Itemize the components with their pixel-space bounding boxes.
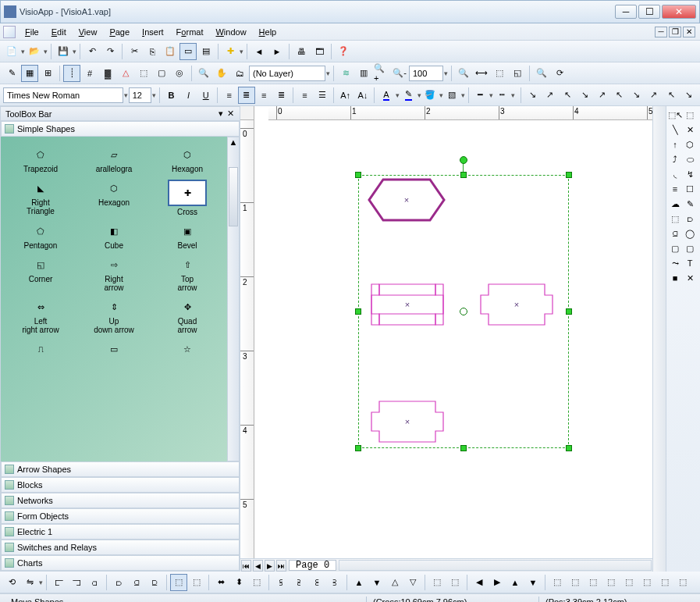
category-form-objects[interactable]: Form Objects bbox=[1, 508, 240, 524]
front-button[interactable]: ▲ bbox=[350, 574, 368, 591]
right-tool-17[interactable]: ◯ bbox=[683, 226, 697, 240]
cut-button[interactable]: ✂ bbox=[126, 43, 143, 60]
mdi-min-button[interactable]: ─ bbox=[655, 27, 667, 37]
menu-insert[interactable]: Insert bbox=[136, 26, 170, 38]
right-tool-12[interactable]: ☁ bbox=[668, 197, 682, 211]
vscrollbar[interactable] bbox=[652, 106, 666, 572]
maximize-button[interactable]: ☐ bbox=[638, 5, 660, 19]
minimize-button[interactable]: ─ bbox=[615, 5, 637, 19]
shape-cross-2[interactable]: × bbox=[479, 283, 554, 326]
zoom-in-button[interactable]: 🔍+ bbox=[373, 65, 390, 82]
dash-style-button[interactable]: ┅ bbox=[494, 87, 510, 104]
right-tool-7[interactable]: ⬭ bbox=[683, 152, 697, 166]
next-button[interactable]: ► bbox=[268, 43, 286, 60]
line-color-button[interactable]: ✎ bbox=[400, 87, 417, 104]
handle-se[interactable] bbox=[566, 445, 572, 451]
back-button[interactable]: ▼ bbox=[368, 574, 386, 591]
right-tool-22[interactable]: ■ bbox=[668, 271, 682, 285]
browse-button[interactable]: 🗂 bbox=[231, 65, 248, 82]
target-button[interactable]: ◎ bbox=[171, 65, 188, 82]
print-button[interactable]: 🖶 bbox=[293, 43, 310, 60]
category-networks[interactable]: Networks bbox=[1, 493, 240, 508]
a4-button[interactable]: ⬚ bbox=[602, 574, 620, 591]
conn1-button[interactable]: ↘ bbox=[524, 87, 541, 104]
category-arrow-shapes[interactable]: Arrow Shapes bbox=[1, 461, 240, 477]
zoom-out-button[interactable]: 🔍- bbox=[391, 65, 408, 82]
ruler-vertical[interactable]: 0123456 bbox=[240, 120, 254, 558]
tri-button[interactable]: △ bbox=[117, 65, 134, 82]
group-button[interactable]: ⬚ bbox=[135, 65, 152, 82]
snap-obj-button[interactable]: ▓ bbox=[99, 65, 116, 82]
a7-button[interactable]: ⬚ bbox=[656, 574, 673, 591]
conn7-button[interactable]: ↘ bbox=[628, 87, 645, 104]
font-size-input[interactable] bbox=[133, 91, 147, 100]
right-tool-14[interactable]: ⬚ bbox=[668, 212, 682, 226]
nudge-d-button[interactable]: ▼ bbox=[524, 574, 542, 591]
group2-button[interactable]: ⬚ bbox=[428, 574, 446, 591]
shape-item-Up down arrow[interactable]: ⇕Updown arrow bbox=[77, 295, 151, 337]
zoom-fit-button[interactable]: 🔍 bbox=[455, 65, 472, 82]
align-m-button[interactable]: ⫑ bbox=[128, 574, 145, 591]
handle-ne[interactable] bbox=[566, 172, 572, 178]
font-name-combo[interactable] bbox=[3, 87, 123, 103]
category-switches-and-relays[interactable]: Switches and Relays bbox=[1, 540, 240, 555]
same-s-button[interactable]: ⬚ bbox=[248, 574, 265, 591]
align-justify-button[interactable]: ≣ bbox=[273, 87, 290, 104]
right-tool-19[interactable]: ▢ bbox=[683, 241, 697, 255]
undo-button[interactable]: ↶ bbox=[84, 43, 101, 60]
handle-n[interactable] bbox=[460, 172, 467, 178]
align-r-button[interactable]: ⫏ bbox=[86, 574, 103, 591]
zoom-input[interactable] bbox=[413, 69, 439, 78]
select-mode-button[interactable]: ▭ bbox=[179, 43, 197, 60]
right-tool-23[interactable]: ✕ bbox=[683, 271, 697, 285]
conn5-button[interactable]: ↗ bbox=[594, 87, 610, 104]
a6-button[interactable]: ⬚ bbox=[638, 574, 656, 591]
font-inc-button[interactable]: A↑ bbox=[337, 87, 354, 104]
handle-sw[interactable] bbox=[355, 445, 361, 451]
shape-item-Bevel[interactable]: ▣Bevel bbox=[151, 219, 224, 253]
shape-item-Top arrow[interactable]: ⇧Toparrow bbox=[151, 253, 224, 295]
ruler-horizontal[interactable]: 012345 bbox=[268, 106, 652, 120]
hscrollbar[interactable] bbox=[339, 560, 652, 571]
dist-h-button[interactable]: ⬚ bbox=[170, 574, 187, 591]
toolbox-menu-button[interactable]: ▾ bbox=[216, 109, 226, 119]
align-b-button[interactable]: ⫒ bbox=[146, 574, 163, 591]
align-l-button[interactable]: ⫍ bbox=[50, 574, 67, 591]
nudge-l-button[interactable]: ◀ bbox=[471, 574, 488, 591]
conn4-button[interactable]: ↘ bbox=[577, 87, 593, 104]
same-h-button[interactable]: ⬍ bbox=[230, 574, 247, 591]
line-spacing-button[interactable]: ≡ bbox=[297, 87, 313, 104]
right-tool-1[interactable]: ⬚ bbox=[683, 108, 697, 122]
font-color-button[interactable]: A bbox=[378, 87, 394, 104]
bold-button[interactable]: B bbox=[163, 87, 179, 104]
menu-format[interactable]: Format bbox=[170, 26, 210, 38]
rotation-handle[interactable] bbox=[460, 156, 467, 164]
font-name-input[interactable] bbox=[7, 91, 119, 100]
shape-hexagon[interactable]: × bbox=[368, 178, 446, 222]
new-button[interactable]: 📄 bbox=[3, 43, 20, 60]
shape-item-Cube[interactable]: ◧Cube bbox=[77, 219, 151, 253]
shape-item-Hexagon[interactable]: ⬡Hexagon bbox=[77, 176, 151, 219]
mdi-restore-button[interactable]: ❐ bbox=[669, 27, 681, 37]
a3-button[interactable]: ⬚ bbox=[585, 574, 602, 591]
save-button[interactable]: 💾 bbox=[55, 43, 72, 60]
right-tool-16[interactable]: ⫑ bbox=[668, 226, 682, 240]
zoom-page-button[interactable]: ◱ bbox=[509, 65, 526, 82]
page-next-button[interactable]: ▶ bbox=[265, 560, 275, 572]
snap-button[interactable]: ▦ bbox=[21, 65, 38, 82]
nudge-r-button[interactable]: ▶ bbox=[489, 574, 506, 591]
right-tool-2[interactable]: ╲ bbox=[668, 123, 682, 137]
space-v-button[interactable]: ⫔ bbox=[290, 574, 307, 591]
zoom-tool-button[interactable]: 🔍 bbox=[195, 65, 212, 82]
forward-button[interactable]: △ bbox=[386, 574, 403, 591]
menu-view[interactable]: View bbox=[73, 26, 104, 38]
conn8-button[interactable]: ↗ bbox=[645, 87, 662, 104]
center-h-button[interactable]: ⫕ bbox=[308, 574, 325, 591]
category-simple-shapes[interactable]: Simple Shapes bbox=[1, 121, 240, 137]
font-dec-button[interactable]: A↓ bbox=[354, 87, 371, 104]
close-button[interactable]: ✕ bbox=[662, 5, 696, 19]
menu-help[interactable]: Help bbox=[253, 26, 283, 38]
page-first-button[interactable]: ⏮ bbox=[241, 560, 251, 572]
center-handle[interactable] bbox=[460, 308, 467, 315]
conn9-button[interactable]: ↖ bbox=[663, 87, 679, 104]
